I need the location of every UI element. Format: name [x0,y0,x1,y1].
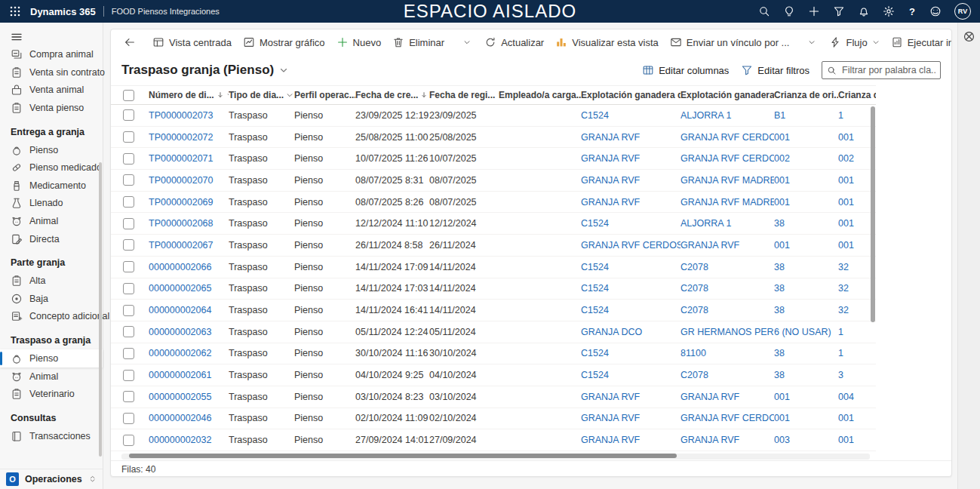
sidebar-item-venta-animal[interactable]: Venta animal [0,82,103,100]
cell-link[interactable]: GRANJA RVF MADRES [680,197,774,208]
help-icon[interactable]: ? [908,6,917,17]
cell-link[interactable]: C2078 [680,370,774,380]
column-header-explotacion-ganadera-de-d[interactable]: Explotación ganadera de d... [680,90,774,100]
sidebar-item-transacciones[interactable]: Transacciones [0,427,103,445]
row-checkbox[interactable] [123,153,134,165]
column-header-fecha-de-regi[interactable]: Fecha de regi... [429,90,499,100]
horizontal-scrollbar[interactable] [121,454,870,460]
cell-link[interactable]: 38 [774,262,838,272]
column-header-fecha-de-cre[interactable]: Fecha de cre... [355,90,429,100]
cell-link[interactable]: ALJORRA 1 [680,110,774,121]
cell-link[interactable]: 000000002061 [149,370,229,380]
cell-link[interactable]: GR HERMANOS PEREZ [680,327,774,337]
table-row[interactable]: 000000002032TraspasoPienso27/09/2024 14:… [111,429,876,451]
waffle-icon[interactable] [9,5,21,17]
cell-link[interactable]: C1524 [581,370,680,380]
sidebar-item-llenado[interactable]: Llenado [0,195,103,213]
cell-link[interactable]: GRANJA RVF [680,240,774,251]
vertical-scrollbar-thumb[interactable] [871,106,875,322]
row-checkbox[interactable] [123,261,134,272]
table-row[interactable]: 000000002062TraspasoPienso30/10/2024 11:… [111,343,876,365]
sidebar-scrollbar[interactable] [99,162,102,457]
sidebar-item-venta-pienso[interactable]: Venta pienso [0,99,103,117]
column-header-empleado-a-carga[interactable]: Empleado/a carga... [499,90,581,100]
cell-link[interactable]: 38 [774,348,838,358]
search-icon[interactable] [758,5,770,17]
cell-link[interactable]: GRANJA DCO [581,327,680,337]
view-selector[interactable]: Traspaso granja (Pienso) [121,63,288,78]
row-checkbox[interactable] [123,109,134,121]
table-row[interactable]: TP0000002068TraspasoPienso12/12/2024 11:… [111,213,876,235]
row-checkbox[interactable] [123,239,134,251]
assistant-icon[interactable] [963,30,975,43]
cell-link[interactable]: GRANJA RVF [581,197,680,208]
cell-link[interactable]: TP0000002073 [149,110,229,121]
cell-link[interactable]: 000000002046 [149,413,229,423]
cell-link[interactable]: GRANJA RVF CERDOS [581,240,680,251]
table-row[interactable]: 000000002046TraspasoPienso02/10/2024 11:… [111,408,876,430]
cell-link[interactable]: 002 [774,153,838,164]
row-checkbox[interactable] [123,174,134,186]
row-checkbox[interactable] [123,413,134,424]
toolbar-visualizar-esta-vista[interactable]: Visualizar esta vista [550,32,664,52]
row-checkbox[interactable] [123,391,134,402]
cell-link[interactable]: GRANJA RVF [581,435,680,445]
cell-link[interactable]: 001 [774,197,838,208]
select-all-checkbox[interactable] [123,90,134,101]
column-header-tipo-de-dia[interactable]: Tipo de dia... [229,90,294,100]
sidebar-item-animal[interactable]: Animal [0,212,103,230]
row-checkbox[interactable] [123,435,134,446]
sidebar-item-pienso[interactable]: Pienso [0,141,103,159]
table-row[interactable]: 000000002064TraspasoPienso14/11/2024 16:… [111,300,876,321]
cell-link[interactable]: C1524 [581,348,680,358]
edit-filters-button[interactable]: Editar filtros [741,64,809,76]
table-row[interactable]: 000000002065TraspasoPienso14/11/2024 17:… [111,278,876,300]
cell-link[interactable]: 001 [774,413,838,423]
sidebar-item-animal[interactable]: Animal [0,368,103,386]
feedback-icon[interactable] [929,5,942,17]
table-row[interactable]: 000000002055TraspasoPienso03/10/2024 8:2… [111,386,876,408]
cell-link[interactable]: 000000002032 [149,435,229,445]
toolbar-back[interactable] [118,32,141,52]
cell-link[interactable]: C2078 [680,305,774,315]
column-header-perfil-operac[interactable]: Perfil operac... [294,90,355,100]
keyword-filter-input[interactable] [822,61,941,79]
sidebar-item-directa[interactable]: Directa [0,230,103,248]
cell-link[interactable]: ALJORRA 1 [680,218,774,229]
toolbar-vista-centrada[interactable]: Vista centrada [147,32,237,52]
cell-link[interactable]: 38 [774,218,838,229]
column-header-numero-de-di[interactable]: Número de di... [149,90,229,100]
bell-icon[interactable] [858,5,870,17]
cell-link[interactable]: GRANJA RVF [680,435,774,445]
sidebar-item-pienso[interactable]: Pienso [0,349,103,368]
row-checkbox[interactable] [123,283,134,294]
cell-link[interactable]: 38 [774,305,838,315]
gear-icon[interactable] [883,5,895,17]
cell-link[interactable]: GRANJA RVF CERDOS [680,153,774,164]
cell-link[interactable]: TP0000002070 [149,175,229,186]
horizontal-scrollbar-thumb[interactable] [129,454,677,458]
hamburger-icon[interactable] [0,23,23,44]
cell-link[interactable]: GRANJA RVF [581,392,680,402]
cell-link[interactable]: GRANJA RVF [581,132,680,143]
cell-link[interactable]: GRANJA RVF CERDOS [680,132,774,143]
cell-link[interactable]: GRANJA RVF [581,413,680,423]
cell-link[interactable]: C1524 [581,305,680,315]
cell-link[interactable]: C2078 [680,262,774,272]
table-row[interactable]: 000000002066TraspasoPienso14/11/2024 17:… [111,257,876,278]
plus-icon[interactable] [808,5,820,17]
area-switcher[interactable]: O Operaciones [0,469,103,489]
toolbar-send-more-options[interactable] [800,32,823,52]
row-checkbox[interactable] [123,131,134,143]
cell-link[interactable]: GRANJA RVF [680,392,774,402]
cell-link[interactable]: 38 [774,283,838,294]
vertical-scrollbar[interactable] [870,106,876,451]
edit-columns-button[interactable]: Editar columnas [642,64,729,76]
cell-link[interactable]: GRANJA RVF [581,175,680,186]
row-checkbox[interactable] [123,305,134,316]
cell-link[interactable]: TP0000002068 [149,218,229,229]
sidebar-item-alta[interactable]: Alta [0,272,103,290]
filter-icon[interactable] [833,5,845,17]
toolbar-eliminar[interactable]: Eliminar [387,32,450,52]
sidebar-item-medicamento[interactable]: Medicamento [0,177,103,195]
